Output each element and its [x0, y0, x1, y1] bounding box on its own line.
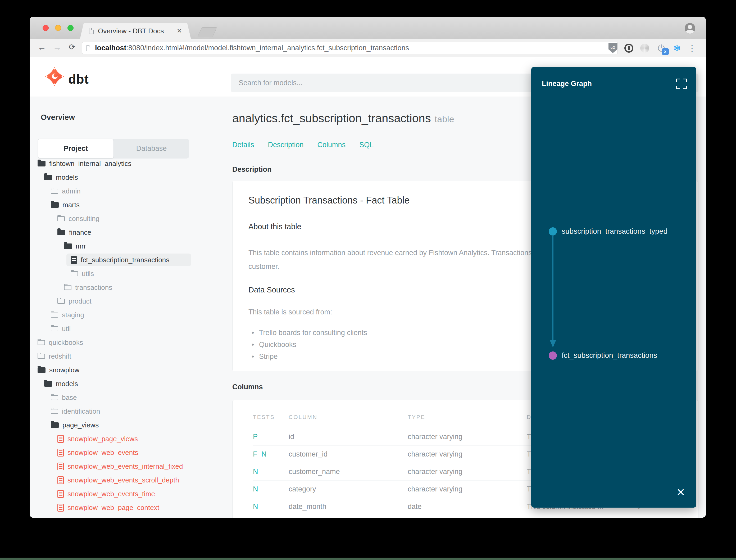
tests-cell: P [253, 433, 289, 441]
tree-item-page_views[interactable]: page_views [30, 418, 230, 432]
extension-swirl-icon[interactable] [640, 44, 649, 53]
folder-closed-icon [38, 340, 45, 345]
screen-edge-strip [0, 558, 736, 560]
new-tab-button[interactable] [197, 27, 217, 37]
tree-item-snowplow_web_events[interactable]: snowplow_web_events [30, 446, 230, 459]
folder-open-icon [38, 367, 46, 373]
tree-item-models[interactable]: models [30, 377, 230, 391]
tree-item-util[interactable]: util [30, 322, 230, 336]
minimize-window-button[interactable] [55, 25, 61, 31]
tree-item-transactions[interactable]: transactions [30, 281, 230, 294]
tree-item-marts[interactable]: marts [30, 198, 230, 212]
dbt-logo-text: dbt [68, 72, 89, 87]
back-button[interactable]: ← [38, 42, 46, 52]
description-section-label: Description [232, 165, 272, 174]
column-cell: id [289, 433, 408, 441]
model-file-error-icon [57, 504, 64, 512]
folder-closed-icon [51, 313, 58, 318]
tree-item-snowplow[interactable]: snowplow [30, 363, 230, 377]
power-extension-icon[interactable]: ⏻x [656, 43, 667, 53]
tests-cell: N [253, 503, 289, 511]
dbt-logo[interactable]: dbt _ [44, 66, 100, 87]
col-header-column: COLUMN [289, 414, 408, 420]
node-dot [549, 227, 557, 236]
folder-open-icon [38, 161, 46, 166]
tests-cell: N [253, 468, 289, 476]
tree-item-fct_subscription_transactions[interactable]: fct_subscription_transactions [30, 253, 230, 267]
tests-cell: N [253, 485, 289, 493]
tree-item-base[interactable]: base [30, 391, 230, 404]
resource-type-badge: table [435, 114, 454, 124]
tree-item-snowplow_web_events_time[interactable]: snowplow_web_events_time [30, 487, 230, 501]
sidebar-tabs: Project Database [38, 139, 189, 159]
type-cell: character varying [408, 433, 527, 441]
reload-button[interactable]: ⟳ [69, 42, 75, 52]
tree-item-quickbooks[interactable]: quickbooks [30, 336, 230, 349]
address-bar[interactable]: localhost:8080/index.html#!/model/model.… [82, 42, 618, 54]
tree-item-identification[interactable]: identification [30, 404, 230, 418]
node-dot [549, 351, 557, 360]
tree-item-models[interactable]: models [30, 170, 230, 184]
close-window-button[interactable] [43, 25, 49, 31]
tree-item-fishtown_internal_analytics[interactable]: fishtown_internal_analytics [30, 157, 230, 170]
col-header-tests: TESTS [253, 414, 289, 420]
folder-open-icon [44, 381, 52, 387]
nav-description[interactable]: Description [268, 141, 304, 149]
tree-item-finance[interactable]: finance [30, 225, 230, 239]
lineage-node-subscription_transactions_typed[interactable]: subscription_transactions_typed [549, 227, 667, 236]
lineage-edge-arrow [549, 236, 557, 349]
tree-item-product[interactable]: product [30, 294, 230, 308]
maximize-window-button[interactable] [67, 25, 74, 31]
fullscreen-icon[interactable] [676, 79, 687, 89]
tree-item-utils[interactable]: utils [30, 267, 230, 281]
tree-item-redshift[interactable]: redshift [30, 349, 230, 363]
page-icon [87, 45, 91, 51]
lineage-node-fct_subscription_transactions[interactable]: fct_subscription_transactions [549, 351, 657, 360]
folder-open-icon [57, 230, 65, 235]
model-file-error-icon [57, 490, 64, 498]
badge-x-icon: x [662, 48, 669, 55]
tree-item-snowplow_web_events_scroll_depth[interactable]: snowplow_web_events_scroll_depth [30, 473, 230, 487]
tab-database[interactable]: Database [114, 139, 189, 159]
column-cell: customer_name [289, 468, 408, 476]
folder-closed-icon [51, 409, 58, 414]
folder-closed-icon [57, 299, 65, 304]
profile-avatar-icon[interactable] [685, 23, 695, 34]
password-manager-icon[interactable] [624, 44, 633, 53]
tree-item-mrr[interactable]: mrr [30, 239, 230, 253]
tree-item-snowplow_web_page_context[interactable]: snowplow_web_page_context [30, 501, 230, 514]
tree-item-staging[interactable]: staging [30, 308, 230, 322]
folder-open-icon [51, 202, 59, 208]
column-cell: date_month [289, 503, 408, 511]
browser-tab[interactable]: Overview - DBT Docs ✕ [80, 23, 191, 39]
tree-item-admin[interactable]: admin [30, 184, 230, 198]
tree-item-snowplow_web_events_internal_fixed[interactable]: snowplow_web_events_internal_fixed [30, 459, 230, 473]
tree-item-snowplow_page_views[interactable]: snowplow_page_views [30, 432, 230, 446]
folder-closed-icon [64, 285, 71, 290]
lineage-graph-title: Lineage Graph [542, 80, 592, 88]
nav-details[interactable]: Details [232, 141, 254, 149]
sidebar: Overview Project Database fishtown_inter… [30, 97, 230, 518]
extension-icons: uO ⏻x ❄ ⋮ [608, 39, 697, 57]
columns-section-label: Columns [232, 383, 263, 391]
type-cell: character varying [408, 468, 527, 476]
folder-closed-icon [51, 189, 58, 194]
nav-sql[interactable]: SQL [359, 141, 373, 149]
page-title: analytics.fct_subscription_transactionst… [232, 112, 454, 125]
snowflake-icon[interactable]: ❄ [674, 43, 681, 53]
close-icon[interactable]: ✕ [676, 487, 685, 498]
browser-window: Overview - DBT Docs ✕ ← → ⟳ localhost:80… [30, 17, 706, 518]
col-header-type: TYPE [408, 414, 527, 420]
browser-menu-icon[interactable]: ⋮ [688, 43, 696, 53]
tab-project[interactable]: Project [38, 139, 114, 159]
type-cell: character varying [408, 450, 527, 458]
nav-columns[interactable]: Columns [318, 141, 346, 149]
tab-close-icon[interactable]: ✕ [177, 27, 182, 35]
ublock-icon[interactable]: uO [608, 43, 617, 53]
url-path: :8080/index.html#!/model/model.fishtown_… [127, 44, 409, 52]
titlebar: Overview - DBT Docs ✕ [30, 17, 706, 39]
tab-title: Overview - DBT Docs [98, 27, 173, 35]
forward-button: → [53, 42, 61, 52]
tree-item-consulting[interactable]: consulting [30, 212, 230, 225]
dbt-logo-icon [44, 66, 65, 87]
